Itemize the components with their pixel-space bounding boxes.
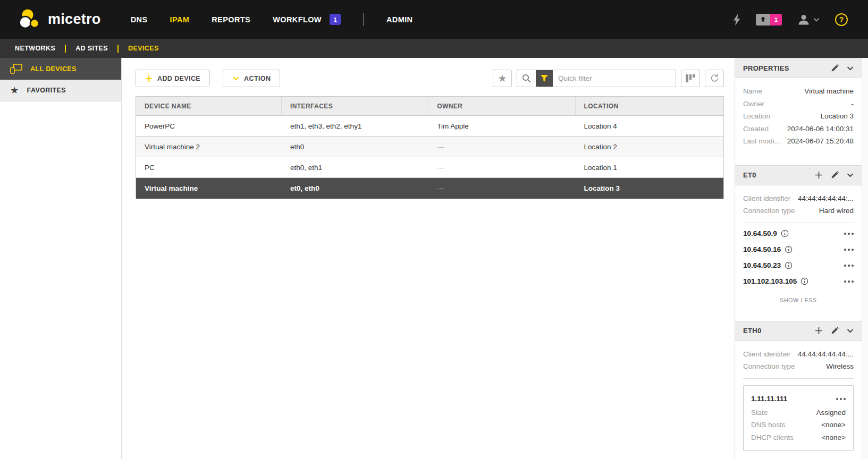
devices-toolbar: ADD DEVICE ACTION ★: [136, 70, 724, 87]
user-icon: [797, 13, 810, 26]
row-menu-button[interactable]: [844, 278, 854, 285]
nav-item-dns[interactable]: DNS: [131, 15, 148, 24]
details-panel-content: PROPERTIES Name Virtual machine Owner: [735, 58, 862, 459]
quick-command-bolt-icon[interactable]: [733, 14, 740, 26]
column-header-interfaces[interactable]: INTERFACES: [282, 97, 428, 115]
cell-owner: Tim Apple: [428, 116, 575, 136]
info-icon[interactable]: [785, 261, 793, 269]
ip-detail-row: DNS hosts <none>: [751, 419, 846, 431]
add-device-button[interactable]: ADD DEVICE: [136, 70, 210, 87]
row-menu-button[interactable]: [836, 396, 846, 402]
search-icon: [517, 74, 536, 83]
ip-address-row: 1.11.11.111: [751, 392, 846, 406]
tab-divider: [117, 45, 119, 53]
collapse-chevron-icon[interactable]: [847, 66, 854, 71]
nav-item-workflow[interactable]: WORKFLOW 1: [273, 14, 341, 25]
sidebar-item-favorites[interactable]: ★ FAVORITES: [0, 80, 121, 101]
ip-address-row: 10.64.50.23: [743, 258, 854, 274]
nav-item-admin[interactable]: ADMIN: [386, 15, 413, 24]
detail-label: State: [751, 406, 768, 419]
ip-detail-row: DHCP clients <none>: [751, 431, 846, 444]
quick-filter-input[interactable]: [553, 74, 676, 82]
edit-pencil-icon[interactable]: [831, 64, 839, 72]
user-menu-button[interactable]: [797, 13, 820, 26]
show-less-button[interactable]: SHOW LESS: [743, 297, 854, 303]
filter-button[interactable]: [536, 70, 553, 87]
add-icon[interactable]: [815, 171, 823, 179]
help-icon: ?: [839, 15, 844, 24]
workflow-count-badge: 1: [330, 14, 341, 25]
collapse-chevron-icon[interactable]: [847, 173, 854, 177]
interface-value: Hard wired: [819, 205, 854, 217]
tab-devices[interactable]: DEVICES: [128, 45, 159, 52]
help-button[interactable]: ?: [835, 13, 848, 26]
property-value: Virtual machine: [804, 85, 854, 98]
interface-row: Client identifier 44:44:44:44:44:...: [743, 192, 854, 205]
table-row[interactable]: Virtual machine 2 eth0 --- Location 2: [136, 137, 723, 157]
favorite-toggle-button[interactable]: ★: [493, 70, 512, 87]
ip-address[interactable]: 10.64.50.9: [743, 230, 777, 237]
chevron-down-icon: [232, 76, 239, 81]
devices-main: ADD DEVICE ACTION ★: [122, 58, 735, 459]
tab-ad-sites[interactable]: AD SITES: [75, 45, 108, 52]
main-nav: DNS IPAM REPORTS WORKFLOW 1 ADMIN: [131, 13, 413, 26]
row-menu-button[interactable]: [844, 262, 854, 269]
action-button[interactable]: ACTION: [223, 70, 280, 87]
row-menu-button[interactable]: [844, 231, 854, 237]
interface-label: Client identifier: [743, 348, 790, 361]
property-label: Last modi...: [743, 135, 780, 148]
table-row-selected[interactable]: Virtual machine et0, eth0 --- Location 3: [136, 178, 723, 199]
ip-address-row: 10.64.50.16: [743, 242, 854, 258]
top-bar: micetro DNS IPAM REPORTS WORKFLOW 1 ADMI…: [0, 0, 868, 39]
update-box-icon: [756, 14, 770, 26]
action-label: ACTION: [244, 75, 271, 82]
refresh-button[interactable]: [705, 70, 724, 87]
app-body: ALL DEVICES ★ FAVORITES ADD DEVICE ACTIO…: [0, 58, 868, 459]
star-icon: ★: [498, 73, 507, 83]
ip-address[interactable]: 10.64.50.16: [743, 245, 781, 253]
tab-networks[interactable]: NETWORKS: [15, 45, 55, 52]
cell-device-name: PowerPC: [136, 116, 282, 136]
info-icon[interactable]: [785, 245, 793, 253]
column-header-owner[interactable]: OWNER: [428, 97, 575, 115]
chevron-down-icon: [813, 18, 820, 22]
section-title: ET0: [743, 171, 756, 179]
section-title: ETH0: [743, 327, 761, 335]
properties-section-header: PROPERTIES: [735, 58, 862, 78]
update-notifications-button[interactable]: 1: [756, 14, 782, 26]
micetro-logo[interactable]: micetro: [18, 8, 101, 31]
et0-section-body: Client identifier 44:44:44:44:44:... Con…: [735, 185, 862, 311]
add-icon[interactable]: [815, 327, 823, 335]
ip-address[interactable]: 101.102.103.105: [743, 277, 797, 285]
edit-pencil-icon[interactable]: [831, 171, 839, 179]
columns-icon: [686, 74, 695, 82]
cell-device-name: PC: [136, 157, 282, 177]
brand-name: micetro: [48, 11, 101, 28]
ip-address[interactable]: 1.11.11.111: [751, 395, 787, 403]
cell-owner: ---: [428, 137, 575, 157]
column-header-location[interactable]: LOCATION: [576, 97, 723, 115]
cell-location: Location 4: [576, 116, 723, 136]
info-icon[interactable]: [781, 230, 789, 237]
row-menu-button[interactable]: [844, 246, 854, 253]
ip-address[interactable]: 10.64.50.23: [743, 261, 781, 269]
property-label: Owner: [743, 98, 764, 110]
sidebar-item-all-devices[interactable]: ALL DEVICES: [0, 58, 121, 80]
eth0-section-body: Client identifier 44:44:44:44:44:... Con…: [735, 341, 862, 459]
column-header-device-name[interactable]: DEVICE NAME: [136, 97, 282, 115]
nav-item-ipam[interactable]: IPAM: [170, 15, 189, 24]
cell-location: Location 3: [576, 178, 723, 198]
cell-device-name: Virtual machine 2: [136, 137, 282, 157]
info-icon[interactable]: [800, 277, 808, 285]
interface-value: 44:44:44:44:44:...: [798, 348, 854, 361]
panel-scrollbar[interactable]: [862, 58, 868, 459]
collapse-chevron-icon[interactable]: [847, 328, 854, 333]
nav-item-reports[interactable]: REPORTS: [212, 15, 250, 24]
table-row[interactable]: PowerPC eth1, eth3, eth2, ethy1 Tim Appl…: [136, 116, 723, 137]
edit-pencil-icon[interactable]: [831, 327, 839, 335]
interface-row: Client identifier 44:44:44:44:44:...: [743, 348, 854, 361]
sidebar: ALL DEVICES ★ FAVORITES: [0, 58, 122, 459]
table-row[interactable]: PC eth0, eth1 --- Location 1: [136, 157, 723, 178]
nav-divider: [363, 13, 364, 26]
column-settings-button[interactable]: [681, 70, 700, 87]
